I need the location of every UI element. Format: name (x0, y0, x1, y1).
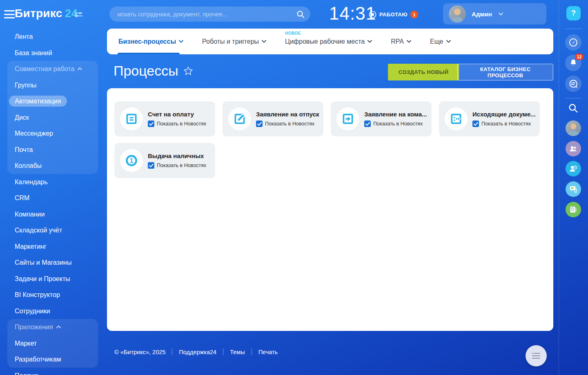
process-card-vacation[interactable]: Заявление на отпуск Показать в Новостях (223, 101, 323, 136)
tab-more[interactable]: Еще (430, 38, 451, 45)
show-in-news-checkbox[interactable] (472, 121, 479, 127)
invoice-icon (120, 107, 143, 130)
rail-user-avatar[interactable] (566, 121, 581, 136)
processes-panel: Счет на оплату Показать в Новостях Заявл… (107, 88, 553, 331)
sidebar-group-header-apps[interactable]: Приложения (7, 319, 98, 335)
bell-icon (569, 58, 578, 67)
help-label: ? (571, 9, 576, 18)
employees-button[interactable] (566, 141, 581, 156)
chevron-down-icon (368, 40, 372, 43)
footer-link-support[interactable]: Поддержка24 (179, 349, 216, 355)
card-title: Счет на оплату (148, 111, 206, 118)
quick-menu-fab[interactable] (526, 345, 547, 366)
sidebar-item-lenta[interactable]: Лента (0, 29, 107, 45)
process-card-outgoing-documents[interactable]: Исходящие докуме... Показать в Новостях (439, 101, 540, 136)
checkbox-label: Показать в Новостях (265, 121, 314, 127)
sidebar-item-mail[interactable]: Почта (7, 142, 98, 158)
search-input[interactable] (118, 11, 296, 18)
show-in-news-checkbox[interactable] (256, 121, 263, 127)
dialog-lines-icon (568, 79, 578, 89)
card-check-row: Показать в Новостях (256, 121, 319, 127)
process-navbar: Бизнес-процессы Роботы и триггеры НОВОЕ … (107, 29, 553, 54)
sidebar-item-crm[interactable]: CRM (0, 190, 107, 206)
time-management-button[interactable] (566, 161, 581, 176)
top-header: Битрикс24 14:31 РАБОТАЮ 1 Админ (0, 0, 588, 29)
sidebar-item-market[interactable]: Маркет (7, 335, 98, 352)
sidebar-item-bi[interactable]: BI Конструктор (0, 287, 107, 303)
status-label: РАБОТАЮ (379, 11, 408, 18)
stop-record-icon (369, 11, 376, 18)
tab-label: Цифровые рабочие места (285, 38, 365, 45)
sidebar-item-disk[interactable]: Диск (7, 109, 98, 126)
footer-link-themes[interactable]: Темы (230, 349, 245, 355)
chevron-down-icon (499, 13, 503, 16)
group-header-label: Совместная работа (15, 61, 74, 77)
footer: © «Битрикс», 2025 Поддержка24 Темы Печат… (114, 348, 278, 355)
footer-separator (252, 348, 252, 355)
news-button[interactable] (566, 202, 581, 217)
sidebar-item-sign[interactable]: Подпись (0, 368, 107, 375)
copyright: © «Битрикс», 2025 (114, 349, 165, 355)
chevron-up-icon (56, 326, 61, 328)
sidebar-item-marketing[interactable]: Маркетинг (0, 239, 107, 255)
user-menu[interactable]: Админ (443, 3, 546, 25)
outgoing-document-icon (445, 107, 468, 130)
hamburger-menu-icon[interactable] (4, 10, 15, 18)
catalog-button[interactable]: КАТАЛОГ БИЗНЕС ПРОЦЕССОВ (457, 64, 553, 80)
card-check-row: Показать в Новостях (148, 162, 206, 169)
footer-separator (172, 348, 172, 355)
checkbox-label: Показать в Новостях (373, 121, 423, 127)
sidebar-item-tasks[interactable]: Задачи и Проекты (0, 271, 107, 287)
logo[interactable]: Битрикс24 (15, 7, 78, 20)
sliders-icon[interactable] (74, 11, 82, 20)
sidebar-group-header-collaboration[interactable]: Совместная работа (7, 61, 98, 77)
show-in-news-checkbox[interactable] (148, 121, 154, 127)
show-in-news-checkbox[interactable] (148, 162, 154, 169)
sidebar-item-employees[interactable]: Сотрудники (0, 303, 107, 319)
help-button[interactable]: ? (566, 6, 581, 20)
create-new-button[interactable]: СОЗДАТЬ НОВЫЙ (388, 64, 459, 80)
arrow-forward-icon (336, 107, 359, 130)
sidebar-item-inventory[interactable]: Складской учёт (0, 222, 107, 239)
sidebar-item-sites[interactable]: Сайты и Магазины (0, 254, 107, 271)
show-in-news-checkbox[interactable] (364, 121, 371, 127)
tab-business-processes[interactable]: Бизнес-процессы (118, 38, 183, 45)
page-title-row: Процессы (114, 63, 193, 79)
footer-link-print[interactable]: Печать (258, 349, 278, 355)
rail-search-button[interactable] (566, 100, 581, 116)
process-card-invoice[interactable]: Счет на оплату Показать в Новостях (114, 101, 215, 136)
tab-rpa[interactable]: RPA (391, 38, 411, 45)
card-body: Заявление на кома... Показать в Новостях (364, 111, 427, 127)
card-check-row: Показать в Новостях (364, 121, 427, 127)
sidebar-item-companies[interactable]: Компании (0, 206, 107, 223)
rail-divider (565, 29, 582, 29)
dialog-button[interactable] (565, 76, 581, 92)
search-icon[interactable] (296, 10, 305, 18)
rail-divider (565, 98, 582, 98)
favorite-star-icon[interactable] (183, 66, 193, 76)
sidebar-item-messenger[interactable]: Мессенджер (7, 125, 98, 142)
sidebar-item-knowledge-base[interactable]: База знаний (0, 45, 107, 61)
news-document-icon (569, 205, 578, 214)
tab-label: Роботы и триггеры (202, 38, 259, 45)
sidebar-item-developers[interactable]: Разработчикам (7, 351, 98, 368)
process-card-cash[interactable]: 1 Выдача наличных Показать в Новостях (114, 143, 215, 178)
active-item-pill: Автоматизация (9, 96, 67, 107)
sidebar-item-groups[interactable]: Группы (7, 77, 98, 94)
tab-label: Еще (430, 38, 443, 45)
sidebar-item-calendar[interactable]: Календарь (0, 174, 107, 190)
sidebar-item-automation[interactable]: Автоматизация (7, 93, 98, 109)
sidebar-group-collaboration: Совместная работа Группы Автоматизация Д… (7, 61, 98, 174)
process-card-business-trip[interactable]: Заявление на кома... Показать в Новостях (331, 101, 432, 136)
user-avatar (449, 5, 466, 22)
pulse-button[interactable] (565, 34, 581, 51)
coin-one-icon: 1 (120, 149, 143, 172)
work-status[interactable]: РАБОТАЮ 1 (369, 11, 418, 18)
messenger-button[interactable] (566, 181, 581, 197)
sidebar-item-collabs[interactable]: Коллабы (7, 158, 98, 174)
edit-document-icon (228, 107, 251, 130)
tab-robots-triggers[interactable]: Роботы и триггеры (202, 38, 266, 45)
right-rail-divider (559, 0, 559, 375)
tab-digital-workplaces[interactable]: НОВОЕ Цифровые рабочие места (285, 38, 372, 45)
list-menu-icon (532, 353, 541, 359)
